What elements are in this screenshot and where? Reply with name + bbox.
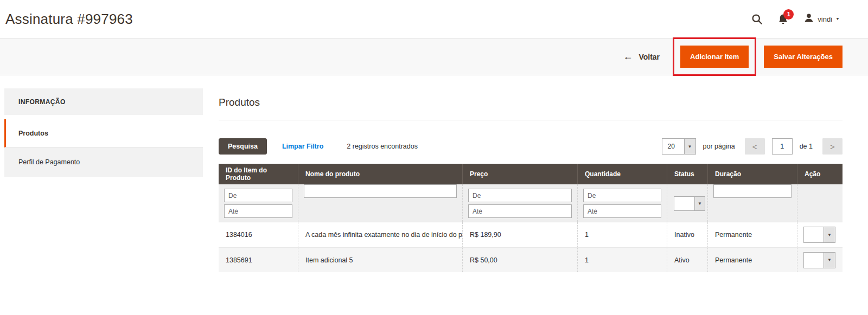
save-changes-button[interactable]: Salvar Alterações: [764, 46, 843, 68]
column-header-name[interactable]: Nome do produto: [298, 164, 462, 184]
cell-product-item-id: 1384016: [219, 222, 298, 247]
grid-filter-row: ▼: [219, 184, 843, 222]
filter-id-from-input[interactable]: [224, 189, 292, 202]
column-header-price[interactable]: Preço: [462, 164, 577, 184]
top-header: Assinatura #997963 1 vindi ▼: [0, 0, 868, 38]
select-caret-icon: ▼: [824, 253, 835, 268]
grid-header-row: ID do Item do Produto Nome do produto Pr…: [219, 164, 843, 184]
back-link[interactable]: ← Voltar: [623, 51, 660, 62]
user-name: vindi: [818, 15, 832, 23]
action-bar: ← Voltar Adicionar Item Salvar Alteraçõe…: [0, 38, 868, 75]
row-action-select[interactable]: ▼: [803, 227, 835, 243]
notifications-bell-icon[interactable]: 1: [777, 14, 789, 25]
select-caret-icon: ▼: [824, 227, 835, 242]
notification-count-badge[interactable]: 1: [783, 9, 794, 20]
grid-toolbar: Pesquisa Limpar Filtro 2 registros encon…: [219, 138, 843, 155]
filter-id-to-input[interactable]: [224, 204, 292, 218]
select-caret-icon: ▼: [694, 197, 705, 210]
table-row: 1385691 Item adicional 5 R$ 50,00 1 Ativ…: [219, 247, 843, 272]
prev-page-button[interactable]: <: [745, 138, 765, 155]
page-of-label: de 1: [800, 143, 813, 150]
back-label: Voltar: [639, 53, 660, 61]
search-icon[interactable]: [751, 14, 763, 25]
page-number-input[interactable]: [772, 138, 793, 155]
header-actions: 1 vindi ▼: [751, 12, 840, 25]
cell-qty: 1: [577, 222, 667, 247]
filter-qty-from-input[interactable]: [583, 189, 661, 202]
table-row: 1384016 A cada mês infinita exatamente n…: [219, 222, 843, 247]
filter-name-input[interactable]: [304, 184, 457, 198]
products-grid: ID do Item do Produto Nome do produto Pr…: [219, 164, 843, 272]
main-content: Produtos Pesquisa Limpar Filtro 2 regist…: [219, 88, 843, 272]
sidebar-item-produtos[interactable]: Produtos: [4, 119, 203, 147]
cell-qty: 1: [577, 248, 667, 272]
clear-filter-link[interactable]: Limpar Filtro: [282, 143, 323, 150]
column-header-status[interactable]: Status: [667, 164, 707, 184]
filter-status-select[interactable]: ▼: [674, 196, 705, 211]
grid-toolbar-left: Pesquisa Limpar Filtro 2 registros encon…: [219, 138, 418, 155]
cell-product-name: A cada mês infinita exatamente no dia de…: [298, 222, 462, 247]
cell-duration: Permanente: [707, 222, 797, 247]
column-header-action[interactable]: Ação: [797, 164, 843, 184]
column-header-id[interactable]: ID do Item do Produto: [219, 164, 298, 184]
cell-product-item-id: 1385691: [219, 248, 298, 272]
user-menu-caret-icon: ▼: [835, 17, 840, 21]
filter-duration-input[interactable]: [713, 184, 792, 198]
column-header-qty[interactable]: Quantidade: [577, 164, 667, 184]
per-page-select[interactable]: 20 ▼: [662, 138, 696, 155]
page-title: Assinatura #997963: [5, 11, 133, 28]
user-avatar-icon: [803, 12, 814, 25]
cell-status: Inativo: [667, 222, 707, 247]
sidebar-item-perfil-de-pagamento[interactable]: Perfil de Pagamento: [4, 147, 203, 177]
search-button[interactable]: Pesquisa: [219, 138, 267, 155]
back-arrow-icon: ←: [623, 51, 633, 62]
section-heading: Produtos: [219, 97, 843, 108]
pagination-controls: 20 ▼ por página < de 1 >: [662, 138, 843, 155]
filter-qty-to-input[interactable]: [583, 204, 661, 218]
highlight-annotation-box: Adicionar Item: [673, 37, 756, 76]
filter-price-to-input[interactable]: [468, 204, 572, 218]
column-header-duration[interactable]: Duração: [707, 164, 797, 184]
cell-product-name: Item adicional 5: [298, 248, 462, 272]
row-action-select[interactable]: ▼: [803, 252, 835, 268]
cell-duration: Permanente: [707, 248, 797, 272]
sidebar: INFORMAÇÃO Produtos Perfil de Pagamento: [4, 88, 203, 177]
records-found-text: 2 registros encontrados: [347, 143, 418, 150]
add-item-button[interactable]: Adicionar Item: [680, 46, 749, 68]
next-page-button[interactable]: >: [822, 138, 843, 155]
per-page-value: 20: [662, 139, 684, 154]
user-menu[interactable]: vindi ▼: [803, 12, 840, 25]
cell-price: R$ 189,90: [462, 222, 577, 247]
sidebar-section-title: INFORMAÇÃO: [4, 88, 203, 115]
heading-divider: [219, 120, 843, 120]
per-page-label: por página: [703, 143, 735, 150]
cell-status: Ativo: [667, 248, 707, 272]
select-caret-icon: ▼: [684, 139, 695, 154]
cell-price: R$ 50,00: [462, 248, 577, 272]
filter-price-from-input[interactable]: [468, 189, 572, 202]
